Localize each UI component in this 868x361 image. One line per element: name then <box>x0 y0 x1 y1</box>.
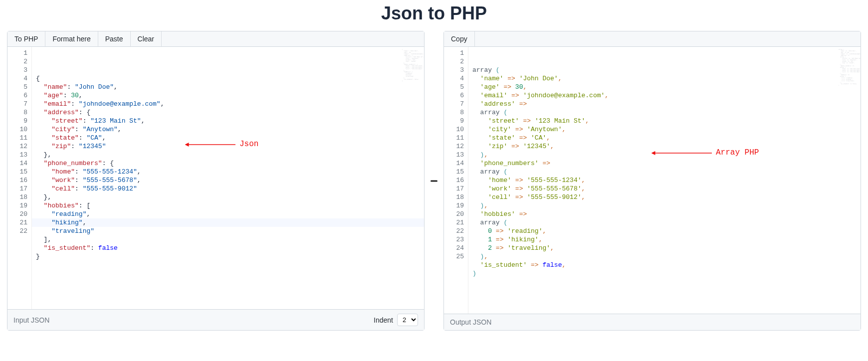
input-code-area[interactable]: { "name": "John Doe", "age": 30, "email"… <box>31 47 424 309</box>
pane-divider[interactable] <box>425 31 443 331</box>
paste-button[interactable]: Paste <box>98 31 131 46</box>
input-status-label: Input JSON <box>13 316 49 324</box>
indent-select[interactable]: 2 <box>397 314 418 326</box>
indent-label: Indent <box>374 316 393 324</box>
input-statusbar: Input JSON Indent 2 <box>7 309 424 330</box>
output-status-label: Output JSON <box>450 318 491 326</box>
output-line-gutter: 1234567891011121314151617181920212223242… <box>444 47 468 314</box>
output-statusbar: Output JSON <box>444 314 861 330</box>
input-toolbar: To PHP Format here Paste Clear <box>7 31 424 47</box>
clear-button[interactable]: Clear <box>131 31 162 46</box>
copy-button[interactable]: Copy <box>444 31 475 46</box>
to-php-button[interactable]: To PHP <box>7 31 45 46</box>
output-pane: Copy 12345678910111213141516171819202122… <box>443 31 861 331</box>
input-pane: To PHP Format here Paste Clear 123456789… <box>7 31 425 331</box>
drag-handle-icon <box>431 180 437 181</box>
input-editor[interactable]: 12345678910111213141516171819202122 { "n… <box>7 47 424 309</box>
input-line-gutter: 12345678910111213141516171819202122 <box>7 47 31 309</box>
output-toolbar: Copy <box>444 31 861 47</box>
output-code-area[interactable]: array ( 'name' => 'John Doe', 'age' => 3… <box>468 47 861 314</box>
format-here-button[interactable]: Format here <box>45 31 98 46</box>
output-editor[interactable]: 1234567891011121314151617181920212223242… <box>444 47 861 314</box>
page-title: Json to PHP <box>0 0 868 31</box>
